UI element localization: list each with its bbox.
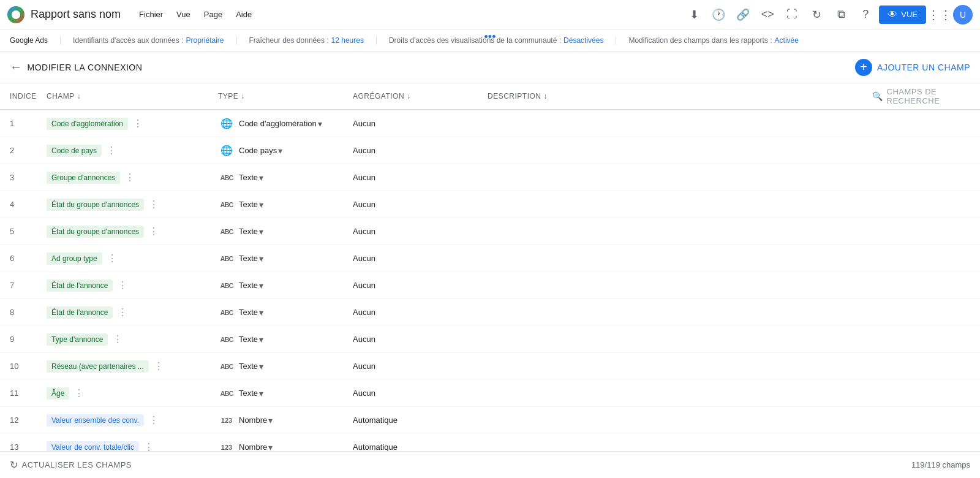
menu-page[interactable]: Page [198, 6, 228, 23]
aggregation: Aucun [353, 335, 488, 344]
dropdown-arrow-icon: ▾ [259, 281, 263, 290]
rights-info: Droits d'accès des visualisations de la … [389, 36, 616, 45]
modification-label: Modification des champs dans les rapport… [628, 36, 772, 45]
col-type[interactable]: Type ↓ [218, 92, 353, 101]
drag-handle-icon[interactable]: ⋮ [149, 414, 159, 426]
row-index: 7 [10, 281, 47, 290]
type-label: Code pays [239, 146, 277, 155]
drag-handle-icon[interactable]: ⋮ [144, 441, 154, 451]
avatar[interactable]: U [953, 5, 973, 25]
row-index: 6 [10, 254, 47, 263]
refresh-icon[interactable]: ↻ [805, 4, 827, 26]
aggregation: Aucun [353, 119, 488, 128]
modification-info: Modification des champs dans les rapport… [628, 36, 810, 45]
search-placeholder: Champs de recherche [887, 87, 971, 105]
table-row: 8 État de l'annonce ⋮ ABC Texte ▾ Aucun [0, 299, 980, 326]
abc-icon: ABC [218, 201, 235, 208]
type-label: Texte [239, 227, 258, 236]
abc-icon: ABC [218, 336, 235, 343]
type-dropdown[interactable]: Texte ▾ [239, 335, 263, 344]
drag-handle-icon[interactable]: ⋮ [118, 279, 127, 291]
drag-handle-icon[interactable]: ⋮ [113, 333, 123, 345]
rights-label: Droits d'accès des visualisations de la … [389, 36, 561, 45]
type-label: Texte [239, 200, 258, 209]
fullscreen-icon[interactable]: ⛶ [781, 4, 803, 26]
history-icon[interactable]: 🕐 [707, 4, 729, 26]
modification-value[interactable]: Activée [775, 36, 799, 45]
access-value[interactable]: Propriétaire [186, 36, 224, 45]
type-dropdown[interactable]: Texte ▾ [239, 362, 263, 371]
champ-badge: Groupe d'annonces [47, 172, 120, 184]
champ-badge: Réseau (avec partenaires ... [47, 360, 149, 373]
type-dropdown[interactable]: Texte ▾ [239, 227, 263, 237]
menu-fichier[interactable]: Fichier [133, 6, 169, 23]
row-index: 9 [10, 335, 47, 344]
row-index: 8 [10, 308, 47, 317]
drag-handle-icon[interactable]: ⋮ [74, 387, 84, 399]
dropdown-arrow-icon: ▾ [259, 200, 263, 210]
freshness-label: Fraîcheur des données : [249, 36, 329, 45]
type-dropdown[interactable]: Texte ▾ [239, 281, 263, 290]
grid-icon[interactable]: ⋮⋮ [929, 4, 951, 26]
table-row: 7 État de l'annonce ⋮ ABC Texte ▾ Aucun [0, 272, 980, 299]
type-dropdown[interactable]: Code pays ▾ [239, 146, 282, 156]
code-icon[interactable]: <> [756, 4, 778, 26]
search-field[interactable]: 🔍 Champs de recherche [872, 87, 970, 105]
champ-badge: Ad group type [47, 252, 102, 265]
drag-handle-icon[interactable]: ⋮ [118, 306, 127, 318]
drag-handle-icon[interactable]: ⋮ [149, 199, 159, 210]
copy-icon[interactable]: ⧉ [830, 4, 852, 26]
type-dropdown[interactable]: Nombre ▾ [239, 415, 273, 425]
dots-indicator: ••• [484, 31, 496, 44]
drag-handle-icon[interactable]: ⋮ [133, 118, 143, 129]
menu-vue[interactable]: Vue [170, 6, 197, 23]
type-sort-icon: ↓ [241, 92, 245, 101]
aggregation-sort-icon: ↓ [407, 92, 411, 101]
type-dropdown[interactable]: Nombre ▾ [239, 442, 273, 452]
drag-handle-icon[interactable]: ⋮ [107, 252, 117, 264]
type-label: Texte [239, 281, 258, 290]
download-icon[interactable]: ⬇ [683, 4, 705, 26]
champ-badge: Valeur ensemble des conv. [47, 414, 144, 427]
champ-badge: Valeur de conv. totale/clic [47, 441, 139, 452]
freshness-value[interactable]: 12 heures [331, 36, 364, 45]
row-index: 4 [10, 200, 47, 209]
row-index: 2 [10, 146, 47, 155]
col-champ[interactable]: Champ ↓ [47, 92, 218, 101]
type-dropdown[interactable]: Texte ▾ [239, 200, 263, 210]
top-bar: Rapport sans nom Fichier Vue Page Aide ⬇… [0, 0, 980, 29]
dropdown-arrow-icon: ▾ [318, 119, 322, 129]
access-info: Identifiants d'accès aux données : Propr… [73, 36, 236, 45]
menu-aide[interactable]: Aide [230, 6, 258, 23]
champ-sort-icon: ↓ [77, 92, 81, 101]
help-icon[interactable]: ? [854, 4, 876, 26]
123-icon: 123 [218, 417, 235, 424]
table-row: 2 Code de pays ⋮ 🌐 Code pays ▾ Aucun [0, 137, 980, 164]
col-aggregation[interactable]: Agrégation ↓ [353, 92, 488, 101]
type-dropdown[interactable]: Code d'agglomération ▾ [239, 119, 322, 129]
aggregation: Aucun [353, 308, 488, 317]
drag-handle-icon[interactable]: ⋮ [107, 145, 116, 156]
abc-icon: ABC [218, 390, 235, 397]
vue-button[interactable]: 👁 VUE [879, 6, 926, 24]
link-icon[interactable]: 🔗 [732, 4, 754, 26]
drag-handle-icon[interactable]: ⋮ [149, 226, 159, 237]
drag-handle-icon[interactable]: ⋮ [154, 360, 164, 372]
table-body: 1 Code d'agglomération ⋮ 🌐 Code d'agglom… [0, 110, 980, 451]
type-dropdown[interactable]: Texte ▾ [239, 308, 263, 317]
type-dropdown[interactable]: Texte ▾ [239, 389, 263, 398]
rights-value[interactable]: Désactivées [564, 36, 603, 45]
type-dropdown[interactable]: Texte ▾ [239, 254, 263, 264]
type-label: Texte [239, 335, 258, 344]
aggregation: Aucun [353, 146, 488, 155]
dropdown-arrow-icon: ▾ [259, 335, 263, 344]
type-label: Texte [239, 254, 258, 263]
add-champ-button[interactable]: + AJOUTER UN CHAMP [855, 59, 970, 76]
drag-handle-icon[interactable]: ⋮ [125, 172, 135, 183]
aggregation: Aucun [353, 200, 488, 209]
back-button[interactable]: ← MODIFIER LA CONNEXION [10, 60, 142, 74]
table-row: 10 Réseau (avec partenaires ... ⋮ ABC Te… [0, 353, 980, 380]
type-dropdown[interactable]: Texte ▾ [239, 173, 263, 183]
description-sort-icon: ↓ [544, 92, 548, 101]
col-description[interactable]: Description ↓ [488, 92, 872, 101]
